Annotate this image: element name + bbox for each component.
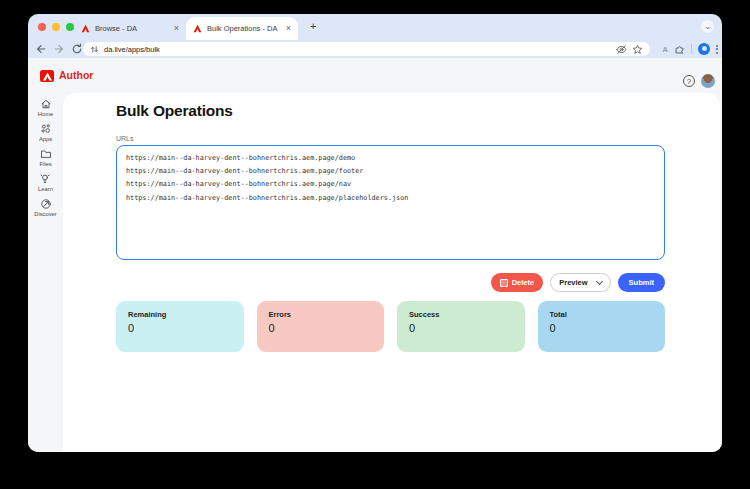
address-bar[interactable]: da.live/apps/bulk [83,42,650,56]
stat-label: Total [550,310,654,319]
app-sidebar: Home Apps Files Learn [28,98,63,217]
back-icon[interactable] [35,43,47,55]
lightbulb-icon [39,173,51,185]
tab-title: Bulk Operations - DA [207,24,281,33]
compass-icon [40,198,52,210]
toolbar-separator [691,44,692,54]
delete-button-label: Delete [512,278,535,287]
toolbar-right-cluster: A [662,42,718,56]
stat-value: 0 [550,322,654,334]
da-app: Author ? Home Apps Files [28,58,722,452]
tab-browse[interactable]: Browse - DA × [74,18,186,38]
stat-label: Success [409,310,513,319]
extension-badge[interactable]: A [662,45,668,54]
tab-bulk-operations[interactable]: Bulk Operations - DA × [186,17,298,40]
tab-close-icon[interactable]: × [174,24,179,33]
sidebar-item-learn[interactable]: Learn [38,173,53,192]
tab-close-icon[interactable]: × [286,24,291,33]
tab-search-chevron-icon[interactable]: ⌄ [701,20,714,33]
urls-label: URLs [116,135,134,142]
operation-select-value: Preview [559,278,587,287]
apps-icon [40,123,52,135]
profile-icon[interactable] [698,43,710,55]
stat-card-total: Total 0 [538,301,666,352]
forward-icon[interactable] [53,43,65,55]
bookmark-star-icon[interactable] [632,44,643,55]
brand-title[interactable]: Author [59,69,93,81]
tab-title: Browse - DA [95,24,169,33]
sidebar-item-files[interactable]: Files [39,148,51,167]
user-avatar[interactable] [701,74,715,88]
adobe-favicon-icon [81,24,90,33]
sidebar-item-label: Home [38,111,53,117]
help-icon[interactable]: ? [683,75,695,87]
tab-strip: Browse - DA × Bulk Operations - DA × + ⌄ [28,14,722,40]
stat-value: 0 [269,322,373,334]
eye-off-icon[interactable] [616,44,627,55]
window-controls [38,23,74,31]
delete-button[interactable]: Delete [491,273,544,292]
stat-label: Errors [269,310,373,319]
sidebar-item-label: Apps [39,136,52,142]
folder-icon [40,148,52,160]
stat-card-errors: Errors 0 [257,301,385,352]
url-text[interactable]: da.live/apps/bulk [104,45,611,54]
main-content-card: Bulk Operations URLs https://main--da-ha… [63,93,720,452]
stat-card-success: Success 0 [397,301,525,352]
checkbox-icon[interactable] [500,279,508,287]
window-zoom-button[interactable] [66,23,74,31]
window-close-button[interactable] [38,23,46,31]
adobe-logo-icon[interactable] [40,70,54,82]
browser-toolbar: da.live/apps/bulk A [28,40,722,59]
sidebar-item-home[interactable]: Home [38,98,53,117]
window-minimize-button[interactable] [52,23,60,31]
adobe-favicon-icon [193,24,202,33]
home-icon [40,98,52,110]
browser-window: Browse - DA × Bulk Operations - DA × + ⌄ [28,14,722,452]
chevron-down-icon [596,278,603,285]
submit-button-label: Submit [629,278,654,287]
refresh-icon[interactable] [71,43,83,55]
site-info-icon[interactable] [90,45,99,54]
operation-select[interactable]: Preview [550,273,610,292]
stat-value: 0 [409,322,513,334]
page-title: Bulk Operations [116,102,233,120]
extensions-icon[interactable] [674,44,685,55]
menu-dots-icon[interactable] [716,45,718,54]
stats-row: Remaining 0 Errors 0 Success 0 Total 0 [116,301,665,352]
sidebar-item-label: Files [39,161,51,167]
stat-value: 0 [128,322,232,334]
new-tab-button[interactable]: + [310,20,316,32]
submit-button[interactable]: Submit [618,273,665,292]
sidebar-item-discover[interactable]: Discover [34,198,57,217]
sidebar-item-apps[interactable]: Apps [39,123,52,142]
sidebar-item-label: Learn [38,186,53,192]
urls-textarea[interactable]: https://main--da-harvey-dent--bohnertchr… [116,145,665,260]
stat-label: Remaining [128,310,232,319]
sidebar-item-label: Discover [34,211,57,217]
stat-card-remaining: Remaining 0 [116,301,244,352]
actions-row: Delete Preview Submit [116,273,665,292]
